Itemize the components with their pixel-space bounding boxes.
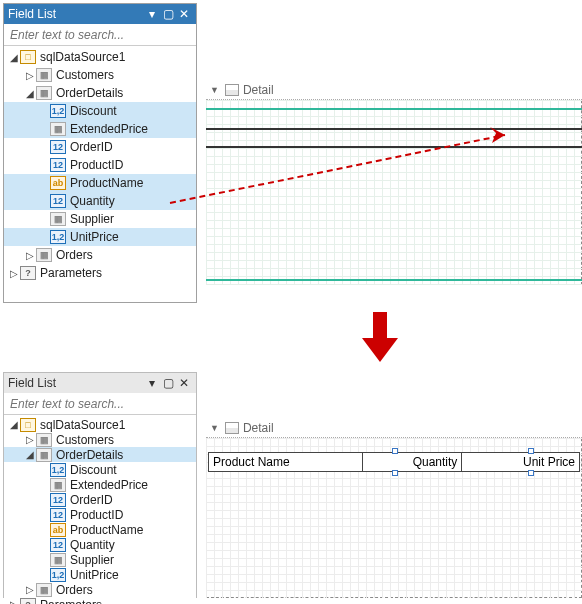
node-unitprice[interactable]: 1,2UnitPrice <box>4 228 196 246</box>
table-icon: ▦ <box>36 248 52 262</box>
datasource-icon: □ <box>20 418 36 432</box>
node-discount[interactable]: 1,2Discount <box>4 102 196 120</box>
search-input[interactable] <box>4 28 196 42</box>
calc-icon: ▦ <box>50 478 66 492</box>
detail-band-header[interactable]: ▼ Detail <box>206 80 582 100</box>
params-icon: ? <box>20 598 36 605</box>
int-icon: 12 <box>50 158 66 172</box>
search-input[interactable] <box>4 397 196 411</box>
datasource-icon: □ <box>20 50 36 64</box>
field-list-panel-top: Field List ▾ ▢ ✕ ◢□sqlDataSource1 ▷▦Cust… <box>3 3 197 303</box>
selection-handle[interactable] <box>392 470 398 476</box>
calc-icon: ▦ <box>50 553 66 567</box>
drag-arrow <box>170 125 520 205</box>
col-quantity[interactable]: Quantity <box>363 453 463 471</box>
node-datasource[interactable]: ◢□sqlDataSource1 <box>4 48 196 66</box>
search-box[interactable] <box>4 393 196 415</box>
table-icon: ▦ <box>36 583 52 597</box>
string-icon: ab <box>50 176 66 190</box>
detail-band-header[interactable]: ▼ Detail <box>206 418 582 438</box>
node-customers[interactable]: ▷▦Customers <box>4 432 196 447</box>
params-icon: ? <box>20 266 36 280</box>
string-icon: ab <box>50 523 66 537</box>
node-orders[interactable]: ▷▦Orders <box>4 582 196 597</box>
node-customers[interactable]: ▷▦Customers <box>4 66 196 84</box>
col-unitprice[interactable]: Unit Price <box>462 453 579 471</box>
node-productname[interactable]: abProductName <box>4 174 196 192</box>
node-datasource[interactable]: ◢□sqlDataSource1 <box>4 417 196 432</box>
decimal-icon: 1,2 <box>50 104 66 118</box>
decimal-icon: 1,2 <box>50 230 66 244</box>
dropdown-icon[interactable]: ▾ <box>144 375 160 391</box>
field-list-panel-bottom: Field List ▾ ▢ ✕ ◢□sqlDataSource1 ▷▦Cust… <box>3 372 197 598</box>
node-discount[interactable]: 1,2Discount <box>4 462 196 477</box>
node-quantity[interactable]: 12Quantity <box>4 537 196 552</box>
search-box[interactable] <box>4 24 196 46</box>
int-icon: 12 <box>50 140 66 154</box>
node-productid[interactable]: 12ProductID <box>4 507 196 522</box>
dropdown-icon[interactable]: ▾ <box>144 6 160 22</box>
band-top-edge <box>206 108 582 110</box>
expander-icon[interactable]: ▷ <box>24 70 36 81</box>
node-supplier[interactable]: ▦Supplier <box>4 210 196 228</box>
close-icon[interactable]: ✕ <box>176 375 192 391</box>
table-icon: ▦ <box>36 86 52 100</box>
table-icon: ▦ <box>36 433 52 447</box>
node-extprice[interactable]: ▦ExtendedPrice <box>4 477 196 492</box>
maximize-icon[interactable]: ▢ <box>160 375 176 391</box>
col-productname[interactable]: Product Name <box>209 453 363 471</box>
node-extprice[interactable]: ▦ExtendedPrice <box>4 120 196 138</box>
node-supplier[interactable]: ▦Supplier <box>4 552 196 567</box>
int-icon: 12 <box>50 493 66 507</box>
int-icon: 12 <box>50 194 66 208</box>
decimal-icon: 1,2 <box>50 568 66 582</box>
table-icon: ▦ <box>36 68 52 82</box>
field-tree: ◢□sqlDataSource1 ▷▦Customers ◢▦OrderDeta… <box>4 46 196 284</box>
int-icon: 12 <box>50 508 66 522</box>
chevron-down-icon: ▼ <box>210 423 219 433</box>
dropped-table[interactable]: Product Name Quantity Unit Price <box>208 452 580 472</box>
int-icon: 12 <box>50 538 66 552</box>
field-list-header: Field List ▾ ▢ ✕ <box>4 373 196 393</box>
node-parameters[interactable]: ▷?Parameters <box>4 264 196 282</box>
calc-icon: ▦ <box>50 212 66 226</box>
down-arrow-icon <box>362 312 398 362</box>
selection-handle[interactable] <box>392 448 398 454</box>
band-icon <box>225 422 239 434</box>
design-surface-bottom[interactable]: ▼ Detail Product Name Quantity Unit Pric… <box>206 418 582 598</box>
svg-marker-3 <box>362 338 398 362</box>
svg-marker-1 <box>490 127 505 143</box>
svg-line-0 <box>170 135 505 203</box>
band-label: Detail <box>243 421 274 435</box>
band-icon <box>225 84 239 96</box>
expander-icon[interactable]: ◢ <box>8 52 20 63</box>
node-orderdetails[interactable]: ◢▦OrderDetails <box>4 84 196 102</box>
selection-handle[interactable] <box>528 470 534 476</box>
node-orderdetails[interactable]: ◢▦OrderDetails <box>4 447 196 462</box>
band-label: Detail <box>243 83 274 97</box>
field-list-header: Field List ▾ ▢ ✕ <box>4 4 196 24</box>
close-icon[interactable]: ✕ <box>176 6 192 22</box>
band-bottom-edge <box>206 279 582 281</box>
node-unitprice[interactable]: 1,2UnitPrice <box>4 567 196 582</box>
field-tree: ◢□sqlDataSource1 ▷▦Customers ◢▦OrderDeta… <box>4 415 196 604</box>
node-orders[interactable]: ▷▦Orders <box>4 246 196 264</box>
node-productid[interactable]: 12ProductID <box>4 156 196 174</box>
node-parameters[interactable]: ▷?Parameters <box>4 597 196 604</box>
maximize-icon[interactable]: ▢ <box>160 6 176 22</box>
panel-title: Field List <box>8 7 144 21</box>
node-productname[interactable]: abProductName <box>4 522 196 537</box>
selection-handle[interactable] <box>528 448 534 454</box>
table-icon: ▦ <box>36 448 52 462</box>
decimal-icon: 1,2 <box>50 463 66 477</box>
expander-icon[interactable]: ▷ <box>8 268 20 279</box>
svg-rect-2 <box>373 312 387 338</box>
expander-icon[interactable]: ◢ <box>24 88 36 99</box>
chevron-down-icon: ▼ <box>210 85 219 95</box>
expander-icon[interactable]: ▷ <box>24 250 36 261</box>
panel-title: Field List <box>8 376 144 390</box>
node-orderid[interactable]: 12OrderID <box>4 138 196 156</box>
node-quantity[interactable]: 12Quantity <box>4 192 196 210</box>
calc-icon: ▦ <box>50 122 66 136</box>
node-orderid[interactable]: 12OrderID <box>4 492 196 507</box>
